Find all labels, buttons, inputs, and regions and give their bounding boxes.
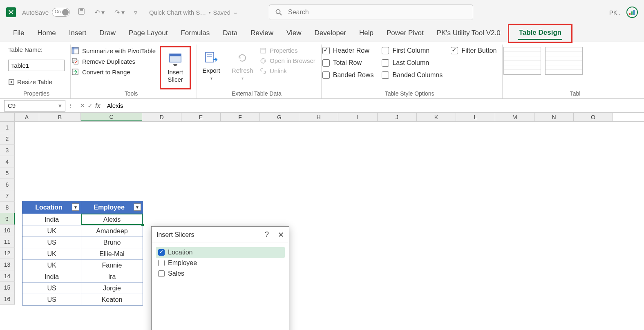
tab-page-layout[interactable]: Page Layout <box>123 27 173 40</box>
col-header-N[interactable]: N <box>534 113 574 121</box>
cell-employee[interactable]: Jorgie <box>81 282 143 294</box>
chevron-down-icon[interactable]: ⌄ <box>233 9 238 16</box>
cell-employee[interactable]: Bruno <box>81 236 143 248</box>
cell-employee[interactable]: Keaton <box>81 294 143 305</box>
row-header[interactable]: 14 <box>0 270 15 282</box>
row-header[interactable]: 16 <box>0 293 15 305</box>
cell-employee-active[interactable]: Alexis <box>81 214 143 225</box>
dialog-titlebar[interactable]: Insert Slicers ? ✕ <box>152 227 289 243</box>
chevron-down-icon[interactable]: ▾ <box>210 76 212 81</box>
enter-icon[interactable]: ✓ <box>87 102 93 109</box>
cb-total-row[interactable]: Total Row <box>322 59 374 67</box>
convert-range-button[interactable]: Convert to Range <box>72 68 156 76</box>
remove-duplicates-button[interactable]: Remove Duplicates <box>72 58 156 65</box>
tab-developer[interactable]: Developer <box>309 27 352 40</box>
cell-location[interactable]: UK <box>22 259 81 271</box>
table-style-swatch[interactable] <box>503 47 541 75</box>
row-header[interactable]: 6 <box>0 179 15 190</box>
row-header[interactable]: 8 <box>0 202 15 213</box>
save-icon[interactable] <box>76 6 87 18</box>
table-row[interactable]: USJorgie <box>22 282 143 294</box>
row-header[interactable]: 3 <box>0 145 15 156</box>
cb-last-column[interactable]: Last Column <box>382 59 443 67</box>
tab-insert[interactable]: Insert <box>63 27 92 40</box>
tab-home[interactable]: Home <box>31 27 61 40</box>
cell-location[interactable]: India <box>22 271 81 282</box>
close-icon[interactable]: ✕ <box>278 230 284 239</box>
cell-employee[interactable]: Ellie-Mai <box>81 248 143 259</box>
cb-filter-button[interactable]: Filter Button <box>451 47 496 54</box>
col-header-O[interactable]: O <box>574 113 613 121</box>
row-header[interactable]: 1 <box>0 122 15 133</box>
undo-icon[interactable]: ↶ ▾ <box>93 7 106 18</box>
insert-slicer-button[interactable]: InsertSlicer <box>162 48 189 87</box>
col-header-D[interactable]: D <box>142 113 181 121</box>
excel-table[interactable]: Location ▼ Employee ▼ India Alexis UKAma… <box>22 201 143 305</box>
table-row[interactable]: USBruno <box>22 236 143 248</box>
slicer-field-employee[interactable]: Employee <box>156 258 285 268</box>
formula-input[interactable] <box>104 102 644 109</box>
worksheet-grid[interactable]: A B C D E F G H I J K L M N O 1 2 3 4 5 … <box>0 113 644 330</box>
table-row[interactable]: UKEllie-Mai <box>22 248 143 259</box>
col-header-I[interactable]: I <box>338 113 378 121</box>
table-row[interactable]: UKAmandeep <box>22 225 143 236</box>
table-row[interactable]: India Alexis <box>22 214 143 225</box>
col-header-E[interactable]: E <box>181 113 221 121</box>
cell-employee[interactable]: Ira <box>81 271 143 282</box>
tab-power-pivot[interactable]: Power Pivot <box>381 27 429 40</box>
cell-location[interactable]: US <box>22 294 81 305</box>
row-header[interactable]: 2 <box>0 133 15 145</box>
search-input[interactable] <box>288 9 467 16</box>
col-header-B[interactable]: B <box>39 113 81 121</box>
row-header[interactable]: 9 <box>0 213 15 225</box>
filter-dropdown-icon[interactable]: ▼ <box>72 203 79 211</box>
table-row[interactable]: IndiaIra <box>22 271 143 282</box>
checkbox-icon[interactable] <box>158 260 165 266</box>
row-header[interactable]: 10 <box>0 225 15 236</box>
help-icon[interactable]: ? <box>265 230 269 239</box>
cell-location[interactable]: UK <box>22 248 81 259</box>
row-header[interactable]: 13 <box>0 259 15 270</box>
tab-table-design[interactable]: Table Design <box>513 26 568 39</box>
col-header-G[interactable]: G <box>260 113 299 121</box>
tab-view[interactable]: View <box>281 27 307 40</box>
checkbox-icon[interactable] <box>158 270 165 277</box>
user-name[interactable]: PK . <box>609 9 621 16</box>
user-avatar[interactable] <box>626 7 638 18</box>
redo-icon[interactable]: ↷ ▾ <box>113 7 126 18</box>
document-title[interactable]: Quick Chart with S… • Saved ⌄ <box>149 9 238 16</box>
row-header[interactable]: 11 <box>0 236 15 247</box>
table-style-swatch[interactable] <box>545 47 583 75</box>
col-header-H[interactable]: H <box>299 113 338 121</box>
filter-dropdown-icon[interactable]: ▼ <box>134 203 141 211</box>
tab-review[interactable]: Review <box>245 27 279 40</box>
autosave-toggle[interactable]: AutoSave On <box>22 8 70 17</box>
col-header-L[interactable]: L <box>456 113 495 121</box>
cb-header-row[interactable]: Header Row <box>322 47 374 54</box>
cell-location[interactable]: US <box>22 282 81 294</box>
slicer-field-sales[interactable]: Sales <box>156 268 285 279</box>
qat-more-icon[interactable]: ▿ <box>132 7 139 18</box>
tab-data[interactable]: Data <box>217 27 243 40</box>
table-row[interactable]: USKeaton <box>22 294 143 305</box>
col-header-K[interactable]: K <box>417 113 456 121</box>
tab-file[interactable]: File <box>7 27 30 40</box>
export-button[interactable]: Export ▾ <box>198 46 225 85</box>
cell-location[interactable]: UK <box>22 225 81 236</box>
cell-employee[interactable]: Amandeep <box>81 225 143 236</box>
resize-table-button[interactable]: Resize Table <box>8 78 52 85</box>
row-header[interactable]: 7 <box>0 190 15 202</box>
row-header[interactable]: 15 <box>0 282 15 293</box>
row-header[interactable]: 4 <box>0 156 15 167</box>
slicer-field-location[interactable]: Location <box>156 247 285 258</box>
fx-icon[interactable]: fx <box>95 102 100 109</box>
checkbox-icon[interactable] <box>158 249 165 256</box>
cell-location[interactable]: US <box>22 236 81 248</box>
summarize-pivot-button[interactable]: Summarize with PivotTable <box>72 47 156 54</box>
cell-employee[interactable]: Fannie <box>81 259 143 271</box>
tab-help[interactable]: Help <box>353 27 379 40</box>
table-header-location[interactable]: Location ▼ <box>22 201 81 214</box>
select-all-corner[interactable] <box>0 113 15 121</box>
toggle-switch[interactable]: On <box>52 8 70 17</box>
cb-banded-rows[interactable]: Banded Rows <box>322 71 374 79</box>
